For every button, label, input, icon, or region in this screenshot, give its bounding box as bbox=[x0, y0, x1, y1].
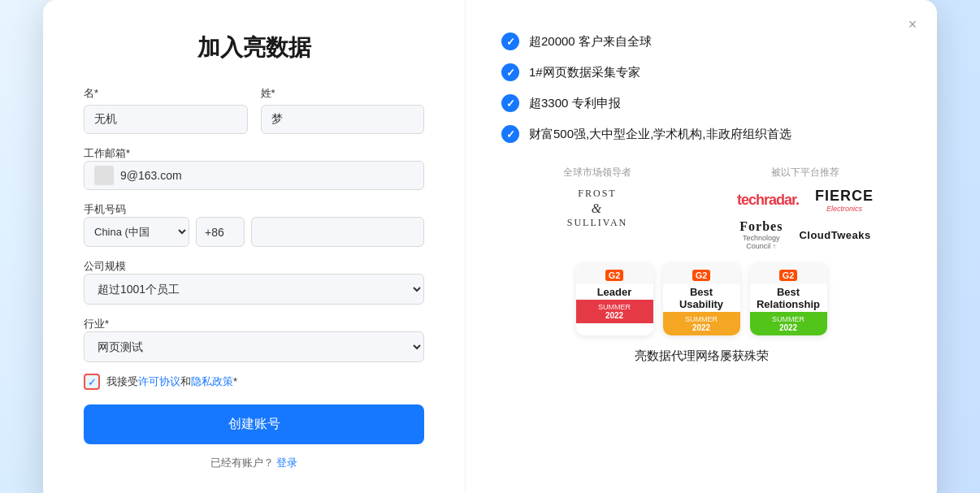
main-modal: × 加入亮数据 名* 姓* 工作邮箱* 手机号码 bbox=[43, 0, 937, 493]
checkbox-check-icon: ✓ bbox=[88, 376, 97, 388]
submit-button[interactable]: 创建账号 bbox=[84, 404, 424, 444]
close-button[interactable]: × bbox=[901, 13, 924, 36]
global-leader-section: 全球市场领导者 FROST&SULLIVAN bbox=[501, 166, 693, 250]
recommended-label: 被以下平台推荐 bbox=[709, 166, 901, 179]
badges-row: G2 Leader SUMMER 2022 G2 BestUsability S… bbox=[501, 263, 901, 335]
badge-leader: G2 Leader SUMMER 2022 bbox=[576, 263, 653, 335]
email-row: 工作邮箱* bbox=[84, 145, 424, 190]
cloudtweaks-logo: CloudTweaks bbox=[799, 229, 870, 241]
company-size-select[interactable]: 超过1001个员工 1-10人 11-50人 51-200人 201-500人 … bbox=[84, 274, 424, 305]
recommended-logos: techradar. FIERCE Electronics bbox=[709, 188, 901, 213]
phone-country-select[interactable]: China (中国 United States +1 Japan +81 bbox=[84, 217, 189, 247]
badge-usability: G2 BestUsability SUMMER 2022 bbox=[663, 263, 740, 335]
email-input-wrap bbox=[84, 161, 424, 190]
feature-item-1: 超20000 客户来自全球 bbox=[501, 32, 901, 50]
email-provider-icon bbox=[94, 166, 114, 185]
fierce-logo: FIERCE Electronics bbox=[815, 188, 874, 213]
first-name-label: 名* bbox=[84, 86, 248, 101]
g2-logo-3: G2 bbox=[779, 270, 798, 281]
forbes-logo: Forbes TechnologyCouncil ↑ bbox=[739, 219, 783, 250]
last-name-group: 姓* bbox=[261, 86, 425, 134]
frost-sullivan-logo: FROST&SULLIVAN bbox=[501, 188, 693, 230]
partner-logos-section: 全球市场领导者 FROST&SULLIVAN 被以下平台推荐 techradar… bbox=[501, 166, 901, 250]
badge-leader-footer: SUMMER 2022 bbox=[576, 300, 653, 323]
check-icon-1 bbox=[501, 32, 519, 50]
name-row: 名* 姓* bbox=[84, 86, 424, 134]
techradar-logo: techradar. bbox=[737, 192, 799, 209]
company-size-label: 公司规模 bbox=[84, 260, 126, 272]
g2-logo-2: G2 bbox=[692, 270, 711, 281]
agreement-text: 我接受许可协议和隐私政策* bbox=[106, 374, 237, 389]
badge-leader-title: Leader bbox=[576, 284, 653, 300]
first-name-input[interactable] bbox=[84, 105, 248, 134]
global-leader-label: 全球市场领导者 bbox=[501, 166, 693, 179]
login-link[interactable]: 登录 bbox=[276, 456, 297, 469]
phone-label: 手机号码 bbox=[84, 203, 126, 215]
first-name-group: 名* bbox=[84, 86, 248, 134]
badge-relationship: G2 BestRelationship SUMMER 2022 bbox=[750, 263, 827, 335]
g2-logo-1: G2 bbox=[605, 270, 624, 281]
feature-list: 超20000 客户来自全球 1#网页数据采集专家 超3300 专利申报 财富50… bbox=[501, 32, 901, 143]
phone-number-input[interactable] bbox=[251, 217, 424, 247]
email-input[interactable] bbox=[120, 162, 414, 189]
industry-select[interactable]: 网页测试 电子商务 金融服务 市场研究 其他 bbox=[84, 331, 424, 362]
check-icon-4 bbox=[501, 125, 519, 143]
license-link[interactable]: 许可协议 bbox=[138, 375, 180, 387]
phone-code-input[interactable] bbox=[196, 217, 245, 247]
feature-item-3: 超3300 专利申报 bbox=[501, 94, 901, 112]
phone-inputs: China (中国 United States +1 Japan +81 bbox=[84, 217, 424, 247]
check-icon-2 bbox=[501, 63, 519, 81]
login-hint: 已经有账户？ 登录 bbox=[84, 456, 424, 470]
recommended-section: 被以下平台推荐 techradar. FIERCE Electronics Fo… bbox=[709, 166, 901, 250]
phone-group: 手机号码 China (中国 United States +1 Japan +8… bbox=[84, 201, 424, 247]
industry-label: 行业* bbox=[84, 318, 109, 330]
check-icon-3 bbox=[501, 94, 519, 112]
feature-item-4: 财富500强,大中型企业,学术机构,非政府组织首选 bbox=[501, 125, 901, 143]
badge-usability-title: BestUsability bbox=[663, 284, 740, 312]
info-panel: 超20000 客户来自全球 1#网页数据采集专家 超3300 专利申报 财富50… bbox=[466, 0, 937, 493]
feature-item-2: 1#网页数据采集专家 bbox=[501, 63, 901, 81]
privacy-link[interactable]: 隐私政策 bbox=[191, 375, 233, 387]
badge-usability-footer: SUMMER 2022 bbox=[663, 312, 740, 335]
agreement-row: ✓ 我接受许可协议和隐私政策* bbox=[84, 374, 424, 390]
form-title: 加入亮数据 bbox=[84, 32, 424, 63]
award-text: 亮数据代理网络屡获殊荣 bbox=[501, 348, 901, 364]
form-panel: 加入亮数据 名* 姓* 工作邮箱* 手机号码 Ch bbox=[43, 0, 466, 493]
last-name-label: 姓* bbox=[261, 86, 425, 101]
industry-row: 行业* 网页测试 电子商务 金融服务 市场研究 其他 bbox=[84, 316, 424, 362]
company-size-row: 公司规模 超过1001个员工 1-10人 11-50人 51-200人 201-… bbox=[84, 258, 424, 305]
second-row-logos: Forbes TechnologyCouncil ↑ CloudTweaks bbox=[709, 219, 901, 250]
last-name-input[interactable] bbox=[261, 105, 425, 134]
badge-relationship-title: BestRelationship bbox=[750, 284, 827, 312]
badge-relationship-footer: SUMMER 2022 bbox=[750, 312, 827, 335]
agreement-checkbox[interactable]: ✓ bbox=[84, 374, 100, 390]
email-label: 工作邮箱* bbox=[84, 147, 130, 159]
